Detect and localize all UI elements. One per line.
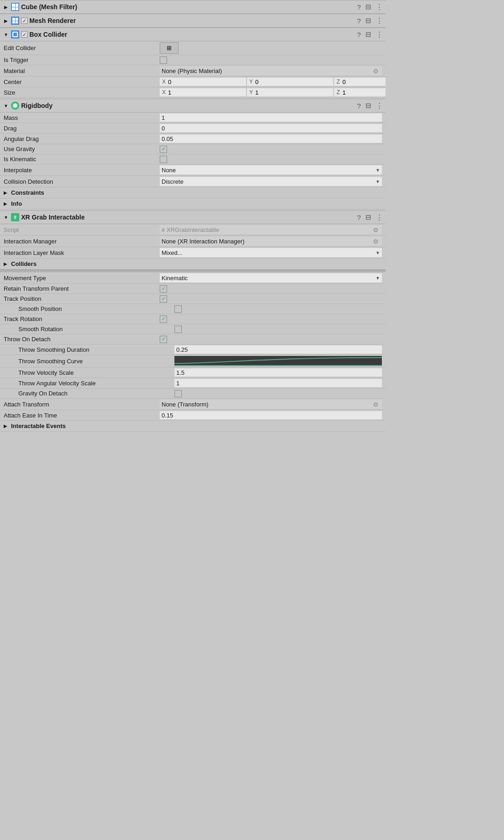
use-gravity-checkbox[interactable]: [160, 146, 167, 153]
rigidbody-header[interactable]: ▼ Rigidbody ? ⊟ ⋮: [0, 99, 386, 113]
more-icon[interactable]: ⋮: [376, 101, 383, 110]
more-icon[interactable]: ⋮: [376, 30, 383, 39]
movement-type-label: Movement Type: [4, 275, 160, 282]
info-section[interactable]: ▶ Info: [0, 198, 386, 209]
interaction-layer-mask-row: Interaction Layer Mask Mixed... ▼: [0, 247, 386, 259]
settings-icon[interactable]: ⊟: [365, 30, 371, 39]
is-trigger-checkbox[interactable]: [160, 56, 167, 64]
throw-on-detach-label: Throw On Detach: [4, 336, 160, 343]
settings-icon[interactable]: ⊟: [365, 17, 371, 25]
attach-transform-label: Attach Transform: [4, 401, 160, 408]
mesh-filter-arrow[interactable]: ▶: [3, 5, 9, 10]
size-x-input[interactable]: [167, 88, 246, 96]
is-kinematic-row: Is Kinematic: [0, 154, 386, 164]
material-object-field[interactable]: None (Physic Material) ⊙: [160, 66, 382, 75]
use-gravity-row: Use Gravity: [0, 144, 386, 154]
help-icon[interactable]: ?: [357, 31, 361, 39]
rigidbody-arrow[interactable]: ▼: [3, 103, 9, 108]
settings-icon[interactable]: ⊟: [365, 101, 371, 110]
more-icon[interactable]: ⋮: [376, 3, 383, 11]
center-x-item: X: [160, 78, 246, 86]
collision-detection-dropdown[interactable]: Discrete ▼: [160, 177, 382, 186]
use-gravity-label: Use Gravity: [4, 146, 160, 152]
collision-detection-text: Discrete: [162, 178, 184, 185]
xr-grab-header[interactable]: ▼ # XR Grab Interactable ? ⊟ ⋮: [0, 210, 386, 224]
attach-transform-icon[interactable]: ⊙: [371, 401, 380, 408]
smooth-position-checkbox[interactable]: [174, 305, 182, 313]
throw-velocity-scale-input[interactable]: [174, 368, 382, 377]
interpolate-dropdown[interactable]: None ▼: [160, 165, 382, 175]
xr-grab-arrow[interactable]: ▼: [3, 215, 9, 220]
interaction-manager-icon[interactable]: ⊙: [371, 238, 380, 245]
help-icon[interactable]: ?: [357, 102, 361, 110]
movement-type-dropdown[interactable]: Kinematic ▼: [160, 273, 382, 282]
interaction-manager-value: None (XR Interaction Manager) ⊙: [160, 237, 382, 246]
track-rotation-checkbox[interactable]: [160, 316, 167, 323]
mesh-filter-header[interactable]: ▶ Cube (Mesh Filter) ? ⊟ ⋮: [0, 0, 386, 14]
script-object-field[interactable]: # XRGrabInteractable ⊙: [160, 225, 382, 234]
script-field-text: # XRGrabInteractable: [162, 226, 219, 233]
throw-smoothing-curve-value: [174, 356, 382, 366]
box-collider-header[interactable]: ▼ ✓ Box Collider ? ⊟ ⋮: [0, 28, 386, 41]
smooth-rotation-checkbox[interactable]: [174, 326, 182, 333]
center-x-label: X: [160, 79, 167, 85]
help-icon[interactable]: ?: [357, 3, 361, 11]
script-target-icon[interactable]: ⊙: [371, 226, 380, 233]
size-label: Size: [4, 89, 160, 96]
mesh-filter-actions: ? ⊟ ⋮: [357, 3, 383, 11]
drag-input[interactable]: [160, 124, 382, 132]
material-row: Material None (Physic Material) ⊙: [0, 65, 386, 77]
angular-drag-input[interactable]: [160, 135, 382, 143]
throw-angular-velocity-scale-input[interactable]: [174, 379, 382, 387]
mass-label: Mass: [4, 114, 160, 121]
script-label: Script: [4, 226, 160, 233]
is-kinematic-checkbox[interactable]: [160, 156, 167, 163]
material-target-icon[interactable]: ⊙: [371, 68, 380, 74]
throw-smoothing-duration-row: Throw Smoothing Duration: [0, 344, 386, 355]
edit-collider-button[interactable]: ⊞: [160, 42, 179, 54]
interaction-layer-mask-dropdown[interactable]: Mixed... ▼: [160, 248, 382, 257]
throw-on-detach-checkbox[interactable]: [160, 336, 167, 343]
size-xyz: X Y Z: [160, 88, 386, 96]
colliders-section[interactable]: ▶ Colliders: [0, 259, 386, 270]
box-collider-icon: [11, 30, 19, 39]
interaction-manager-row: Interaction Manager None (XR Interaction…: [0, 236, 386, 247]
collision-detection-value: Discrete ▼: [160, 177, 382, 186]
interaction-manager-field[interactable]: None (XR Interaction Manager) ⊙: [160, 237, 382, 246]
size-z-input[interactable]: [342, 88, 386, 96]
attach-ease-in-time-value: [160, 411, 382, 419]
retain-transform-parent-checkbox[interactable]: [160, 285, 167, 293]
xr-grab-title: XR Grab Interactable: [21, 214, 355, 221]
edit-collider-label: Edit Collider: [4, 45, 160, 51]
help-icon[interactable]: ?: [357, 214, 361, 221]
settings-icon[interactable]: ⊟: [365, 213, 371, 221]
attach-ease-in-time-input[interactable]: [160, 411, 382, 419]
box-collider-enabled[interactable]: ✓: [21, 31, 28, 38]
mass-input[interactable]: [160, 113, 382, 122]
settings-icon[interactable]: ⊟: [365, 3, 371, 11]
collision-detection-arrow: ▼: [375, 179, 380, 184]
interactable-events-section[interactable]: ▶ Interactable Events: [0, 421, 386, 432]
throw-smoothing-duration-input[interactable]: [174, 345, 382, 354]
more-icon[interactable]: ⋮: [376, 17, 383, 25]
interaction-layer-mask-label: Interaction Layer Mask: [4, 249, 160, 256]
attach-transform-field[interactable]: None (Transform) ⊙: [160, 400, 382, 409]
mesh-renderer-enabled[interactable]: ✓: [21, 17, 28, 24]
center-x-input[interactable]: [167, 78, 246, 86]
box-collider-arrow[interactable]: ▼: [3, 32, 9, 37]
gravity-on-detach-checkbox[interactable]: [174, 390, 182, 397]
mesh-renderer-arrow[interactable]: ▶: [3, 18, 9, 23]
center-y-input[interactable]: [254, 78, 333, 86]
interpolate-row: Interpolate None ▼: [0, 164, 386, 176]
track-position-checkbox[interactable]: [160, 295, 167, 303]
center-z-input[interactable]: [342, 78, 386, 86]
more-icon[interactable]: ⋮: [376, 213, 383, 221]
movement-type-row: Movement Type Kinematic ▼: [0, 272, 386, 284]
throw-smoothing-curve-field[interactable]: [174, 356, 382, 366]
use-gravity-value: [160, 146, 382, 153]
mesh-renderer-header[interactable]: ▶ ✓ Mesh Renderer ? ⊟ ⋮: [0, 14, 386, 28]
help-icon[interactable]: ?: [357, 17, 361, 25]
constraints-section[interactable]: ▶ Constraints: [0, 187, 386, 198]
size-y-input[interactable]: [254, 88, 333, 96]
script-value: # XRGrabInteractable ⊙: [160, 225, 382, 234]
